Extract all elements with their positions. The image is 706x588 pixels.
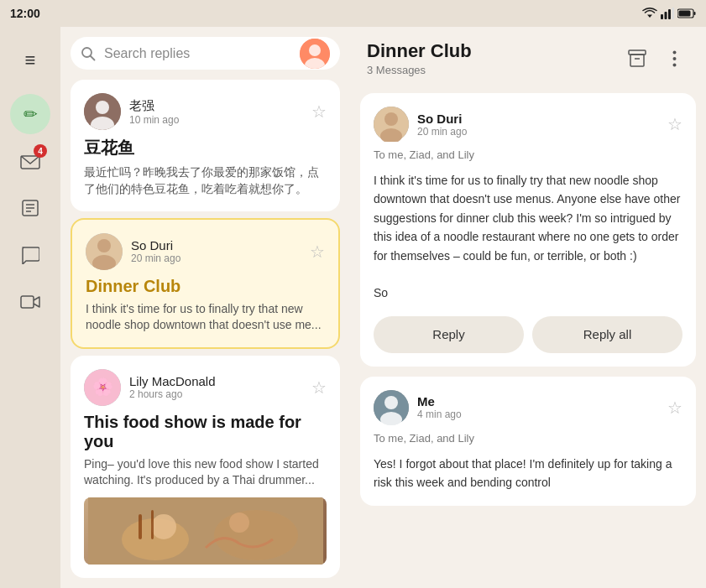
svg-rect-32 <box>151 510 154 539</box>
svg-point-33 <box>229 513 249 533</box>
svg-point-20 <box>96 101 109 114</box>
svg-rect-3 <box>668 9 671 19</box>
sender-time-2: 20 min ago <box>131 252 180 264</box>
svg-point-37 <box>672 50 676 54</box>
email-body-1: I think it's time for us to finally try … <box>374 171 682 303</box>
svg-point-17 <box>309 44 321 56</box>
card-subject-3: This food show is made for you <box>84 413 327 451</box>
sender-avatar-2 <box>86 233 123 270</box>
star-button-2[interactable]: ☆ <box>310 242 325 262</box>
email-actions-1: Reply Reply all <box>374 316 682 353</box>
svg-point-44 <box>384 396 398 409</box>
sender-time-3: 2 hours ago <box>129 388 216 400</box>
email-recipients-1: To me, Ziad, and Lily <box>374 148 682 161</box>
sender-time-1: 10 min ago <box>129 114 179 126</box>
right-panel-header: Dinner Club 3 Messages <box>350 27 706 86</box>
status-time: 12:00 <box>10 7 40 20</box>
svg-point-41 <box>384 112 398 126</box>
email-recipients-2: To me, Ziad, and Lily <box>374 432 682 445</box>
svg-rect-6 <box>694 12 696 15</box>
card-preview-2: I think it's time for us to finally try … <box>86 301 325 334</box>
compose-icon: ✏ <box>24 104 38 124</box>
svg-rect-13 <box>21 296 34 308</box>
svg-point-29 <box>214 510 298 560</box>
sidebar-item-video[interactable] <box>10 282 50 322</box>
sidebar-item-inbox[interactable]: 4 <box>10 141 50 181</box>
status-icons <box>642 8 696 19</box>
archive-button[interactable] <box>622 44 652 74</box>
middle-panel: Search replies 老强 1 <box>60 27 350 588</box>
signal-icon <box>661 8 674 19</box>
sender-avatar-1 <box>84 93 121 130</box>
svg-line-15 <box>91 55 95 60</box>
chat-icon <box>21 246 39 264</box>
email-avatar-1 <box>374 107 409 142</box>
sender-avatar-3: 🌸 <box>84 369 121 406</box>
email-sender-name-1: So Duri <box>417 112 467 126</box>
menu-icon: ≡ <box>25 49 36 71</box>
reply-button[interactable]: Reply <box>374 316 524 353</box>
svg-point-38 <box>672 57 676 60</box>
sender-name-1: 老强 <box>129 98 179 114</box>
svg-rect-35 <box>630 55 644 66</box>
right-panel: Dinner Club 3 Messages <box>350 27 706 588</box>
svg-point-23 <box>97 239 111 252</box>
email-card-1: So Duri 20 min ago ☆ To me, Ziad, and Li… <box>360 93 696 367</box>
thread-subtitle: 3 Messages <box>367 64 472 76</box>
svg-rect-7 <box>679 11 691 17</box>
search-input[interactable]: Search replies <box>104 46 291 61</box>
email-card-2: Me 4 min ago ☆ To me, Ziad, and Lily Yes… <box>360 377 696 506</box>
sidebar-menu-button[interactable]: ≡ <box>10 40 50 81</box>
email-avatar-2 <box>374 390 409 425</box>
email-thread: So Duri 20 min ago ☆ To me, Ziad, and Li… <box>350 86 706 588</box>
card-subject-1: 豆花鱼 <box>84 137 327 159</box>
search-icon <box>81 46 96 61</box>
card-preview-1: 最近忙吗？昨晚我去了你最爱的那家饭馆，点了他们的特色豆花鱼，吃着吃着就想你了。 <box>84 164 327 197</box>
card-subject-2: Dinner Club <box>86 277 325 296</box>
card-preview-3: Ping– you'd love this new food show I st… <box>84 456 327 489</box>
battery-icon <box>677 8 696 18</box>
card-image-3 <box>84 497 327 565</box>
svg-text:🌸: 🌸 <box>92 377 113 397</box>
header-actions <box>622 44 689 74</box>
email-body-2: Yes! I forgot about that place! I'm defi… <box>374 455 682 492</box>
more-options-button[interactable] <box>659 44 689 74</box>
email-time-1: 20 min ago <box>417 126 467 138</box>
message-card-3[interactable]: 🌸 Lily MacDonald 2 hours ago ☆ This food… <box>71 356 340 578</box>
email-star-1[interactable]: ☆ <box>667 114 682 134</box>
message-card-1[interactable]: 老强 10 min ago ☆ 豆花鱼 最近忙吗？昨晚我去了你最爱的那家饭馆，点… <box>71 80 340 211</box>
status-bar: 12:00 <box>0 0 706 27</box>
message-card-2[interactable]: So Duri 20 min ago ☆ Dinner Club I think… <box>71 218 340 349</box>
thread-title: Dinner Club <box>367 40 472 62</box>
svg-rect-1 <box>661 14 663 19</box>
reply-all-button[interactable]: Reply all <box>532 316 682 353</box>
email-time-2: 4 min ago <box>417 408 462 420</box>
svg-point-30 <box>151 514 176 539</box>
user-avatar[interactable] <box>300 39 330 69</box>
sidebar-item-notes[interactable] <box>10 188 50 228</box>
email-star-2[interactable]: ☆ <box>667 398 682 418</box>
sender-name-3: Lily MacDonald <box>129 374 216 388</box>
svg-point-39 <box>672 63 676 66</box>
svg-rect-4 <box>672 8 675 19</box>
star-button-3[interactable]: ☆ <box>311 377 327 398</box>
sender-name-2: So Duri <box>131 238 180 252</box>
svg-rect-31 <box>139 514 142 539</box>
sidebar: ≡ ✏ 4 <box>0 27 60 588</box>
svg-rect-2 <box>665 12 667 19</box>
inbox-badge: 4 <box>34 144 47 158</box>
svg-marker-0 <box>647 15 652 18</box>
star-button-1[interactable]: ☆ <box>311 101 327 122</box>
video-icon <box>20 294 40 310</box>
search-bar[interactable]: Search replies <box>71 37 340 70</box>
sidebar-item-compose[interactable]: ✏ <box>10 94 50 134</box>
sidebar-item-chat[interactable] <box>10 235 50 275</box>
email-sender-name-2: Me <box>417 394 462 408</box>
notes-icon <box>21 199 39 217</box>
wifi-icon <box>642 8 657 19</box>
